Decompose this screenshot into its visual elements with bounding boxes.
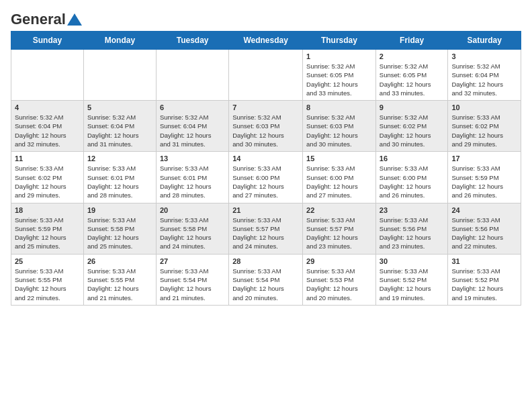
calendar-cell xyxy=(156,50,228,101)
cell-info: Sunrise: 5:33 AM Sunset: 5:53 PM Dayligh… xyxy=(306,267,372,302)
calendar-cell: 17Sunrise: 5:33 AM Sunset: 5:59 PM Dayli… xyxy=(448,152,521,203)
cell-info: Sunrise: 5:33 AM Sunset: 5:58 PM Dayligh… xyxy=(160,216,225,251)
cell-info: Sunrise: 5:32 AM Sunset: 6:04 PM Dayligh… xyxy=(87,113,152,148)
calendar-cell: 10Sunrise: 5:33 AM Sunset: 6:02 PM Dayli… xyxy=(448,101,521,152)
day-header-thursday: Thursday xyxy=(303,32,376,50)
calendar-cell: 5Sunrise: 5:32 AM Sunset: 6:04 PM Daylig… xyxy=(83,101,156,152)
cell-info: Sunrise: 5:33 AM Sunset: 5:59 PM Dayligh… xyxy=(15,216,80,251)
calendar-cell: 18Sunrise: 5:33 AM Sunset: 5:59 PM Dayli… xyxy=(11,203,84,254)
calendar-cell: 14Sunrise: 5:33 AM Sunset: 6:00 PM Dayli… xyxy=(229,152,303,203)
cell-info: Sunrise: 5:32 AM Sunset: 6:03 PM Dayligh… xyxy=(232,113,299,148)
calendar-cell: 28Sunrise: 5:33 AM Sunset: 5:54 PM Dayli… xyxy=(229,254,303,305)
cell-info: Sunrise: 5:33 AM Sunset: 6:00 PM Dayligh… xyxy=(306,164,372,199)
cell-info: Sunrise: 5:33 AM Sunset: 5:52 PM Dayligh… xyxy=(451,267,517,302)
cell-info: Sunrise: 5:33 AM Sunset: 5:54 PM Dayligh… xyxy=(232,267,299,302)
cell-info: Sunrise: 5:33 AM Sunset: 5:57 PM Dayligh… xyxy=(232,216,299,251)
calendar-cell: 24Sunrise: 5:33 AM Sunset: 5:56 PM Dayli… xyxy=(448,203,521,254)
day-number: 20 xyxy=(160,206,225,214)
logo: General xyxy=(11,11,82,26)
day-number: 1 xyxy=(306,52,372,60)
cell-info: Sunrise: 5:33 AM Sunset: 6:00 PM Dayligh… xyxy=(380,164,445,199)
day-header-saturday: Saturday xyxy=(448,32,521,50)
day-header-friday: Friday xyxy=(375,32,448,50)
calendar-cell: 8Sunrise: 5:32 AM Sunset: 6:03 PM Daylig… xyxy=(303,101,376,152)
calendar-cell: 20Sunrise: 5:33 AM Sunset: 5:58 PM Dayli… xyxy=(156,203,228,254)
day-number: 7 xyxy=(232,103,299,111)
cell-info: Sunrise: 5:33 AM Sunset: 5:56 PM Dayligh… xyxy=(380,216,445,251)
day-number: 13 xyxy=(160,154,225,163)
day-number: 26 xyxy=(87,257,152,265)
day-number: 21 xyxy=(232,206,299,214)
cell-info: Sunrise: 5:33 AM Sunset: 5:55 PM Dayligh… xyxy=(15,267,80,302)
calendar-cell: 13Sunrise: 5:33 AM Sunset: 6:01 PM Dayli… xyxy=(156,152,228,203)
calendar-cell: 25Sunrise: 5:33 AM Sunset: 5:55 PM Dayli… xyxy=(11,254,84,305)
cell-info: Sunrise: 5:33 AM Sunset: 6:01 PM Dayligh… xyxy=(160,164,225,199)
calendar-cell: 7Sunrise: 5:32 AM Sunset: 6:03 PM Daylig… xyxy=(229,101,303,152)
calendar-cell: 29Sunrise: 5:33 AM Sunset: 5:53 PM Dayli… xyxy=(303,254,376,305)
cell-info: Sunrise: 5:33 AM Sunset: 5:57 PM Dayligh… xyxy=(306,216,372,251)
day-number: 17 xyxy=(451,154,517,163)
cell-info: Sunrise: 5:32 AM Sunset: 6:04 PM Dayligh… xyxy=(15,113,80,148)
day-number: 30 xyxy=(380,257,445,265)
day-number: 11 xyxy=(15,154,80,163)
cell-info: Sunrise: 5:32 AM Sunset: 6:04 PM Dayligh… xyxy=(451,62,517,97)
calendar-cell: 19Sunrise: 5:33 AM Sunset: 5:58 PM Dayli… xyxy=(83,203,156,254)
cell-info: Sunrise: 5:33 AM Sunset: 5:54 PM Dayligh… xyxy=(160,267,225,302)
day-number: 2 xyxy=(380,52,445,60)
calendar-cell: 11Sunrise: 5:33 AM Sunset: 6:02 PM Dayli… xyxy=(11,152,84,203)
svg-marker-0 xyxy=(67,13,82,26)
calendar-cell: 6Sunrise: 5:32 AM Sunset: 6:04 PM Daylig… xyxy=(156,101,228,152)
day-number: 25 xyxy=(15,257,80,265)
cell-info: Sunrise: 5:33 AM Sunset: 5:55 PM Dayligh… xyxy=(87,267,152,302)
calendar-cell: 1Sunrise: 5:32 AM Sunset: 6:05 PM Daylig… xyxy=(303,50,376,101)
cell-info: Sunrise: 5:33 AM Sunset: 5:59 PM Dayligh… xyxy=(451,164,517,199)
cell-info: Sunrise: 5:32 AM Sunset: 6:03 PM Dayligh… xyxy=(306,113,372,148)
calendar-cell xyxy=(11,50,84,101)
day-number: 8 xyxy=(306,103,372,111)
cell-info: Sunrise: 5:33 AM Sunset: 5:58 PM Dayligh… xyxy=(87,216,152,251)
day-number: 6 xyxy=(160,103,225,111)
cell-info: Sunrise: 5:32 AM Sunset: 6:05 PM Dayligh… xyxy=(306,62,372,97)
day-number: 10 xyxy=(451,103,517,111)
cell-info: Sunrise: 5:33 AM Sunset: 6:01 PM Dayligh… xyxy=(87,164,152,199)
calendar-cell: 9Sunrise: 5:32 AM Sunset: 6:02 PM Daylig… xyxy=(375,101,448,152)
day-number: 23 xyxy=(380,206,445,214)
day-header-monday: Monday xyxy=(83,32,156,50)
calendar-cell: 22Sunrise: 5:33 AM Sunset: 5:57 PM Dayli… xyxy=(303,203,376,254)
header: General xyxy=(11,11,521,26)
day-number: 16 xyxy=(380,154,445,163)
calendar-cell: 23Sunrise: 5:33 AM Sunset: 5:56 PM Dayli… xyxy=(375,203,448,254)
calendar-cell: 12Sunrise: 5:33 AM Sunset: 6:01 PM Dayli… xyxy=(83,152,156,203)
logo-general: General xyxy=(11,11,66,28)
logo-icon xyxy=(67,13,82,26)
calendar-cell: 27Sunrise: 5:33 AM Sunset: 5:54 PM Dayli… xyxy=(156,254,228,305)
cell-info: Sunrise: 5:33 AM Sunset: 5:52 PM Dayligh… xyxy=(380,267,445,302)
cell-info: Sunrise: 5:33 AM Sunset: 5:56 PM Dayligh… xyxy=(451,216,517,251)
calendar-cell: 4Sunrise: 5:32 AM Sunset: 6:04 PM Daylig… xyxy=(11,101,84,152)
day-number: 5 xyxy=(87,103,152,111)
cell-info: Sunrise: 5:33 AM Sunset: 6:02 PM Dayligh… xyxy=(15,164,80,199)
calendar-table: SundayMondayTuesdayWednesdayThursdayFrid… xyxy=(11,31,521,306)
calendar-cell: 26Sunrise: 5:33 AM Sunset: 5:55 PM Dayli… xyxy=(83,254,156,305)
day-number: 18 xyxy=(15,206,80,214)
cell-info: Sunrise: 5:33 AM Sunset: 6:02 PM Dayligh… xyxy=(451,113,517,148)
day-number: 27 xyxy=(160,257,225,265)
cell-info: Sunrise: 5:32 AM Sunset: 6:05 PM Dayligh… xyxy=(380,62,445,97)
calendar-cell: 21Sunrise: 5:33 AM Sunset: 5:57 PM Dayli… xyxy=(229,203,303,254)
day-number: 4 xyxy=(15,103,80,111)
day-number: 14 xyxy=(232,154,299,163)
calendar-cell xyxy=(229,50,303,101)
day-number: 24 xyxy=(451,206,517,214)
day-number: 15 xyxy=(306,154,372,163)
day-number: 29 xyxy=(306,257,372,265)
day-number: 3 xyxy=(451,52,517,60)
cell-info: Sunrise: 5:32 AM Sunset: 6:04 PM Dayligh… xyxy=(160,113,225,148)
calendar-cell: 15Sunrise: 5:33 AM Sunset: 6:00 PM Dayli… xyxy=(303,152,376,203)
day-number: 9 xyxy=(380,103,445,111)
cell-info: Sunrise: 5:33 AM Sunset: 6:00 PM Dayligh… xyxy=(232,164,299,199)
cell-info: Sunrise: 5:32 AM Sunset: 6:02 PM Dayligh… xyxy=(380,113,445,148)
calendar-cell xyxy=(83,50,156,101)
calendar-cell: 3Sunrise: 5:32 AM Sunset: 6:04 PM Daylig… xyxy=(448,50,521,101)
day-header-wednesday: Wednesday xyxy=(229,32,303,50)
calendar-cell: 2Sunrise: 5:32 AM Sunset: 6:05 PM Daylig… xyxy=(375,50,448,101)
